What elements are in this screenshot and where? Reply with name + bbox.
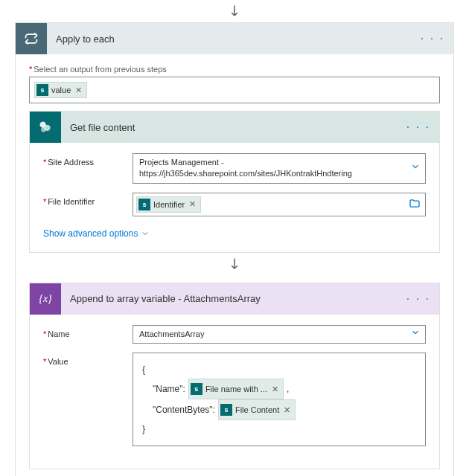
sharepoint-icon: s — [220, 404, 232, 416]
flow-designer-canvas: Apply to each · · · *Select an output fr… — [0, 0, 469, 476]
append-array-header[interactable]: {x} Append to array variable - Attachmen… — [30, 283, 439, 315]
sharepoint-action-icon — [30, 112, 61, 143]
append-value-input[interactable]: { "Name": s File name with ... ✕ , — [133, 353, 426, 446]
remove-token-icon[interactable]: ✕ — [189, 199, 196, 209]
file-identifier-input[interactable]: s Identifier ✕ — [133, 193, 426, 216]
append-name-dropdown[interactable]: AttachmentsArray — [133, 325, 426, 344]
connector-arrow-mid — [29, 253, 440, 275]
append-array-title: Append to array variable - AttachmentsAr… — [61, 293, 406, 304]
variable-icon: {x} — [30, 283, 61, 315]
remove-token-icon[interactable]: ✕ — [75, 86, 82, 95]
get-file-content-menu[interactable]: · · · — [406, 120, 430, 134]
chevron-down-icon — [410, 327, 421, 341]
get-file-content-title: Get file content — [61, 122, 406, 133]
apply-to-each-container: Apply to each · · · *Select an output fr… — [15, 22, 454, 476]
show-advanced-options[interactable]: Show advanced options — [43, 228, 150, 239]
folder-picker-icon[interactable] — [409, 197, 421, 211]
svg-point-2 — [41, 127, 46, 132]
connector-arrow-top — [0, 0, 469, 22]
append-name-label: *Name — [43, 325, 133, 344]
site-address-label: *Site Address — [43, 153, 133, 184]
select-output-input[interactable]: s value ✕ — [29, 77, 440, 103]
filename-token[interactable]: s File name with ... ✕ — [188, 379, 284, 399]
append-array-card: {x} Append to array variable - Attachmen… — [29, 283, 440, 469]
apply-to-each-title: Apply to each — [47, 33, 421, 45]
apply-to-each-menu[interactable]: · · · — [421, 32, 444, 45]
identifier-token[interactable]: s Identifier ✕ — [136, 196, 201, 213]
apply-to-each-body: *Select an output from previous steps s … — [16, 54, 453, 476]
file-identifier-label: *File Identifier — [43, 193, 133, 216]
select-output-label: *Select an output from previous steps — [29, 65, 440, 74]
apply-to-each-header[interactable]: Apply to each · · · — [16, 23, 453, 54]
remove-token-icon[interactable]: ✕ — [272, 381, 278, 397]
sharepoint-icon: s — [138, 199, 150, 210]
sharepoint-icon: s — [36, 84, 48, 96]
sharepoint-icon: s — [191, 383, 202, 395]
append-array-menu[interactable]: · · · — [406, 292, 430, 306]
append-array-body: *Name AttachmentsArray *Value — [30, 315, 439, 469]
loop-icon — [16, 23, 47, 54]
value-token[interactable]: s value ✕ — [34, 82, 87, 98]
remove-token-icon[interactable]: ✕ — [284, 402, 290, 418]
filecontent-token[interactable]: s File Content ✕ — [218, 399, 296, 420]
get-file-content-header[interactable]: Get file content · · · — [30, 112, 439, 143]
get-file-content-body: *Site Address Projects Management - http… — [30, 143, 439, 252]
add-action-button[interactable]: Add an action — [29, 469, 440, 476]
site-address-dropdown[interactable]: Projects Management - https://jh365dev.s… — [133, 153, 426, 184]
chevron-down-icon — [410, 161, 421, 175]
get-file-content-card: Get file content · · · *Site Address Pro… — [29, 111, 440, 253]
append-value-label: *Value — [43, 353, 133, 446]
